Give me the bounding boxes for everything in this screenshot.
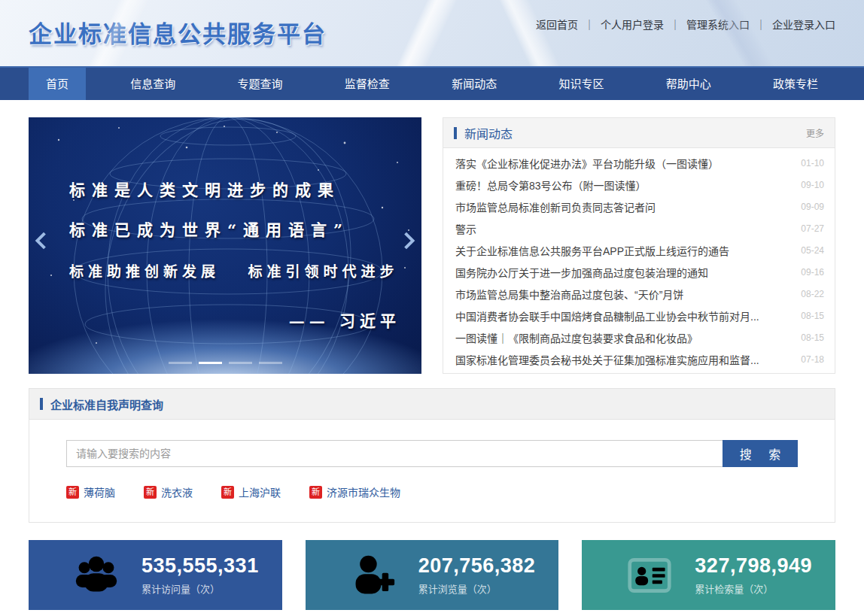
stat-label: 累计检索量（次） — [695, 581, 812, 596]
news-item-title: 国务院办公厅关于进一步加强商品过度包装治理的通知 — [455, 265, 789, 280]
news-item-title: 中国消费者协会联手中国焙烤食品糖制品工业协会中秋节前对月... — [455, 308, 789, 323]
nav-item[interactable]: 信息查询 — [113, 68, 193, 100]
news-list-item[interactable]: 中国消费者协会联手中国焙烤食品糖制品工业协会中秋节前对月... 08-15 — [455, 305, 824, 326]
news-item-date: 09-16 — [789, 267, 824, 278]
search-input[interactable] — [66, 440, 723, 467]
carousel-dot[interactable] — [169, 362, 192, 364]
news-list-item[interactable]: 重磅！总局令第83号公布（附一图读懂） 09-10 — [455, 174, 824, 196]
news-item-date: 07-27 — [789, 223, 824, 234]
top-link[interactable]: 企业登录入口 — [772, 19, 835, 31]
stat-value: 207,756,382 — [418, 554, 536, 578]
hot-tag-link[interactable]: 新 济源市瑞众生物 — [309, 484, 400, 499]
carousel-indicators — [29, 362, 421, 364]
news-item-title: 落实《企业标准化促进办法》平台功能升级（一图读懂） — [455, 156, 789, 171]
news-list-item[interactable]: 国务院办公厅关于进一步加强商品过度包装治理的通知 09-16 — [455, 261, 824, 283]
hot-tags: 新 薄荷脑 新 洗衣液 新 上海沪联 新 济源 — [66, 484, 798, 499]
news-item-title: 市场监管总局标准创新司负责同志答记者问 — [455, 199, 789, 214]
nav-item[interactable]: 新闻动态 — [434, 68, 514, 100]
nav-item[interactable]: 帮助中心 — [649, 68, 729, 100]
stat-label: 累计访问量（次） — [141, 581, 259, 596]
nav-item[interactable]: 政策专栏 — [756, 68, 835, 100]
site-header: 企业标准信息公共服务平台 返回首页个人用户登录管理系统入口企业登录入口 — [0, 0, 864, 66]
slogan-signature: —— 习近平 — [289, 308, 400, 331]
nav-item[interactable]: 监督检查 — [327, 68, 407, 100]
news-item-title: 国家标准化管理委员会秘书处关于征集加强标准实施应用和监督... — [455, 352, 789, 367]
hot-tag-label: 薄荷脑 — [84, 484, 115, 499]
news-panel: 新闻动态 更多 落实《企业标准化促进办法》平台功能升级（一图读懂） 01-10 … — [443, 117, 835, 374]
news-panel-header: 新闻动态 更多 — [443, 118, 835, 148]
news-item-date: 08-15 — [789, 332, 824, 343]
search-button[interactable]: 搜 索 — [723, 440, 798, 467]
nav-item[interactable]: 首页 — [29, 68, 86, 100]
search-panel-title: 企业标准自我声明查询 — [50, 396, 163, 412]
user-plus-icon — [349, 553, 397, 598]
news-list-item[interactable]: 警示 07-27 — [455, 217, 824, 239]
news-item-date: 08-22 — [789, 289, 824, 299]
news-list-item[interactable]: 关于企业标准信息公共服务平台APP正式版上线运行的通告 05-24 — [455, 239, 824, 261]
top-link[interactable]: 个人用户登录 — [601, 19, 686, 31]
news-list-item[interactable]: 一图读懂｜《限制商品过度包装要求食品和化妆品》 08-15 — [455, 326, 824, 348]
main-nav: 首页信息查询专题查询监督检查新闻动态知识专区帮助中心政策专栏 — [0, 66, 864, 100]
hot-tag-label: 上海沪联 — [239, 484, 281, 499]
site-logo: 企业标准信息公共服务平台 — [29, 15, 327, 49]
news-list: 落实《企业标准化促进办法》平台功能升级（一图读懂） 01-10 重磅！总局令第8… — [443, 148, 835, 375]
hot-tag-link[interactable]: 新 洗衣液 — [144, 484, 193, 499]
search-panel-header: 企业标准自我声明查询 — [29, 389, 835, 420]
slogan-line-1: 标准是人类文明进步的成果 — [69, 178, 340, 200]
news-item-date: 08-15 — [789, 311, 824, 321]
title-accent-bar — [40, 398, 43, 410]
news-item-date: 09-09 — [789, 202, 824, 212]
news-list-item[interactable]: 市场监管总局集中整治商品过度包装、“天价”月饼 08-22 — [455, 283, 824, 305]
stat-box: 327,798,949 累计检索量（次） — [582, 540, 835, 610]
news-panel-title: 新闻动态 — [464, 124, 513, 142]
globe-graphic — [29, 117, 421, 374]
top-utility-links: 返回首页个人用户登录管理系统入口企业登录入口 — [536, 17, 835, 32]
new-badge: 新 — [144, 486, 157, 499]
news-item-date: 05-24 — [789, 245, 824, 256]
slogan-line-3: 标准助推创新发展 标准引领时代进步 — [69, 260, 399, 281]
stat-value: 535,555,331 — [141, 554, 259, 578]
news-item-title: 警示 — [455, 221, 789, 236]
stat-label: 累计浏览量（次） — [418, 581, 536, 596]
news-item-date: 01-10 — [789, 158, 824, 168]
hot-tag-link[interactable]: 新 薄荷脑 — [66, 484, 115, 499]
top-link[interactable]: 返回首页 — [536, 19, 601, 31]
news-item-date: 07-18 — [789, 354, 824, 365]
id-card-icon — [625, 553, 674, 598]
hot-tag-link[interactable]: 新 上海沪联 — [221, 484, 281, 499]
hero-carousel: 标准是人类文明进步的成果 标准已成为世界“通用语言” 标准助推创新发展 标准引领… — [29, 117, 421, 374]
title-accent-bar — [454, 127, 457, 139]
stat-box: 535,555,331 累计访问量（次） — [29, 540, 282, 610]
news-list-item[interactable]: 落实《企业标准化促进办法》平台功能升级（一图读懂） 01-10 — [455, 152, 824, 174]
carousel-dot[interactable] — [199, 362, 222, 364]
new-badge: 新 — [221, 486, 234, 499]
new-badge: 新 — [66, 486, 79, 499]
slogan-line-2: 标准已成为世界“通用语言” — [69, 217, 349, 240]
hot-tag-label: 洗衣液 — [161, 484, 193, 499]
self-declaration-search-panel: 企业标准自我声明查询 搜 索 新 薄荷脑 新 洗衣液 — [29, 388, 835, 523]
news-more-link[interactable]: 更多 — [806, 126, 824, 139]
news-item-title: 一图读懂｜《限制商品过度包装要求食品和化妆品》 — [455, 330, 789, 345]
news-item-title: 市场监管总局集中整治商品过度包装、“天价”月饼 — [455, 287, 789, 302]
new-badge: 新 — [309, 486, 322, 499]
hot-tag-label: 济源市瑞众生物 — [327, 484, 400, 499]
carousel-dot[interactable] — [229, 362, 252, 364]
stat-value: 327,798,949 — [695, 554, 812, 578]
news-list-item[interactable]: 市场监管总局标准创新司负责同志答记者问 09-09 — [455, 196, 824, 217]
news-item-date: 09-10 — [789, 180, 824, 190]
news-list-item[interactable]: 国家标准化管理委员会秘书处关于征集加强标准实施应用和监督... 07-18 — [455, 348, 824, 370]
news-item-title: 关于企业标准信息公共服务平台APP正式版上线运行的通告 — [455, 243, 789, 258]
users-icon — [72, 553, 120, 598]
nav-item[interactable]: 知识专区 — [541, 68, 621, 100]
stat-box: 207,756,382 累计浏览量（次） — [306, 540, 559, 610]
stats-row: 535,555,331 累计访问量（次） 207,756,382 累计浏览量（次… — [29, 540, 835, 610]
news-item-title: 重磅！总局令第83号公布（附一图读懂） — [455, 178, 789, 193]
nav-item[interactable]: 专题查询 — [221, 68, 300, 100]
top-link[interactable]: 管理系统入口 — [686, 19, 772, 31]
carousel-dot[interactable] — [259, 362, 282, 364]
